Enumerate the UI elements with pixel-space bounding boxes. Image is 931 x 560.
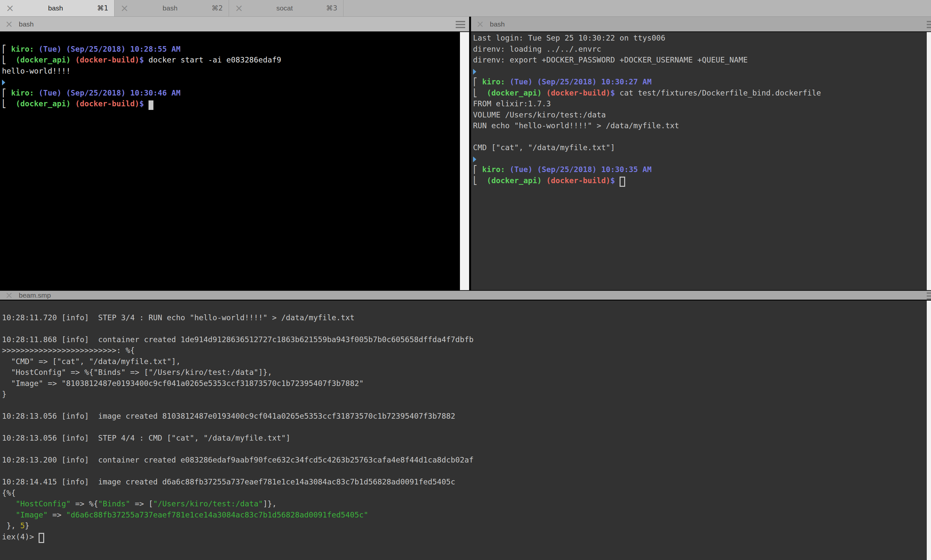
text-segment: iex(4)> — [2, 532, 38, 541]
text-segment — [615, 176, 620, 185]
text-segment — [71, 100, 75, 108]
terminal-line: 10:28:11.868 [info] container created 1d… — [2, 334, 931, 345]
text-segment: } — [2, 390, 6, 398]
text-segment: (docker_api) — [16, 100, 71, 108]
text-segment: => %{ — [71, 500, 98, 508]
text-segment: (Tue) (Sep/25/2018) 10:30:27 AM — [510, 77, 652, 86]
terminal-output: Last login: Tue Sep 25 10:30:22 on ttys0… — [473, 33, 931, 186]
terminal-line: "Image" => "8103812487e0193400c9cf041a02… — [2, 378, 931, 389]
terminal-line: direnv: loading ../../.envrc — [473, 44, 931, 55]
text-segment: ⎣ — [2, 100, 16, 108]
close-tab-icon[interactable]: × — [6, 3, 14, 13]
tab-socat[interactable]: × socat ⌘3 — [229, 0, 343, 16]
close-pane-icon[interactable]: × — [476, 20, 484, 29]
pane-menu-icon[interactable] — [455, 21, 465, 28]
terminal-line: VOLUME /Users/kiro/test:/data — [473, 109, 931, 121]
tab-label: bash — [18, 4, 92, 12]
text-segment — [2, 511, 16, 519]
text-segment: Last login: Tue Sep 25 10:30:22 on ttys0… — [473, 34, 665, 42]
text-segment: direnv: export +DOCKER_PASSWORD +DOCKER_… — [473, 55, 748, 64]
scrollbar[interactable] — [927, 301, 931, 560]
terminal-line: direnv: export +DOCKER_PASSWORD +DOCKER_… — [473, 55, 931, 66]
terminal-line — [2, 444, 931, 455]
terminal-line: "Image" => "d6a6c88fb37255a737eaef781e1c… — [2, 510, 931, 521]
text-segment: "Image" => "8103812487e0193400c9cf041a02… — [2, 379, 364, 388]
pane-menu-icon[interactable] — [927, 292, 931, 300]
text-segment: "d6a6c88fb37255a737eaef781e1ce14a3084ac8… — [66, 511, 368, 519]
terminal-line: ⎣ (docker_api) (docker-build)$ cat test/… — [473, 88, 931, 99]
terminal-line: ⎡ kiro: (Tue) (Sep/25/2018) 10:28:55 AM — [2, 44, 469, 55]
terminal-line: } — [2, 389, 931, 400]
text-segment: ⎡ — [2, 45, 11, 53]
close-tab-icon[interactable]: × — [120, 3, 129, 13]
bottom-terminal[interactable]: 10:28:11.720 [info] STEP 3/4 : RUN echo … — [0, 301, 931, 560]
text-segment: } — [25, 522, 29, 530]
text-segment: ⎣ — [473, 176, 487, 185]
terminal-line: Last login: Tue Sep 25 10:30:22 on ttys0… — [473, 33, 931, 44]
scrollbar[interactable] — [460, 32, 469, 290]
text-segment: "Binds" — [98, 500, 130, 508]
text-segment — [71, 55, 75, 64]
text-segment: $ — [139, 55, 144, 64]
text-segment: FROM elixir:1.7.3 — [473, 100, 551, 108]
shell-mark-icon: ▶ — [473, 64, 476, 78]
terminal-line: RUN echo "hello-world!!!!" > /data/myfil… — [473, 120, 931, 131]
scrollbar[interactable] — [927, 32, 931, 290]
cursor-hollow — [620, 177, 625, 187]
text-segment: => — [48, 511, 66, 519]
text-segment: (Tue) (Sep/25/2018) 10:30:35 AM — [510, 165, 652, 174]
right-bash-pane: × bash Last login: Tue Sep 25 10:30:22 o… — [471, 17, 931, 290]
terminal-line: hello-world!!!! — [2, 66, 469, 77]
text-segment — [34, 89, 38, 97]
beam-smp-pane: × beam.smp 10:28:11.720 [info] STEP 3/4 … — [0, 290, 931, 560]
text-segment: "HostConfig" => %{"Binds" => ["/Users/ki… — [2, 368, 272, 377]
tab-bash-1[interactable]: × bash ⌘1 — [0, 0, 114, 16]
tab-bar-filler — [343, 0, 931, 16]
pane-menu-icon[interactable] — [927, 21, 931, 28]
close-tab-icon[interactable]: × — [235, 3, 243, 13]
tab-shortcut: ⌘1 — [97, 4, 108, 12]
text-segment: kiro: — [11, 45, 34, 53]
text-segment: (docker_api) — [16, 55, 71, 64]
text-segment: ⎡ — [2, 89, 11, 97]
terminal-line: }, 5} — [2, 520, 931, 532]
text-segment: kiro: — [482, 165, 505, 174]
terminal-output: 10:28:11.720 [info] STEP 3/4 : RUN echo … — [2, 301, 931, 542]
terminal-line: 10:28:13.200 [info] container created e0… — [2, 455, 931, 466]
text-segment: "/Users/kiro/test:/data" — [153, 500, 263, 508]
terminal-line — [2, 466, 931, 477]
terminal-line: "HostConfig" => %{"Binds" => ["/Users/ki… — [2, 367, 931, 378]
text-segment: kiro: — [482, 77, 505, 86]
right-terminal[interactable]: Last login: Tue Sep 25 10:30:22 on ttys0… — [471, 32, 931, 290]
text-segment: >>>>>>>>>>>>>>>>>>>>>>>>>: %{ — [2, 346, 135, 355]
terminal-line — [2, 422, 931, 433]
tab-bar: × bash ⌘1 × bash ⌘2 × socat ⌘3 — [0, 0, 931, 17]
text-segment: "CMD" => ["cat", "/data/myfile.txt"], — [2, 357, 180, 366]
text-segment: ⎣ — [2, 55, 16, 64]
text-segment: cat test/fixtures/Dockerfile_bind.docker… — [615, 89, 821, 97]
terminal-line — [473, 131, 931, 143]
text-segment: hello-world!!!! — [2, 67, 71, 75]
close-pane-icon[interactable]: × — [5, 20, 13, 29]
pane-title: bash — [490, 20, 505, 28]
close-pane-icon[interactable]: × — [5, 291, 13, 300]
text-segment: (docker-build) — [75, 55, 139, 64]
text-segment — [2, 500, 16, 508]
tab-bash-2[interactable]: × bash ⌘2 — [114, 0, 229, 16]
left-terminal[interactable]: ⎡ kiro: (Tue) (Sep/25/2018) 10:28:55 AM⎣… — [0, 32, 469, 290]
text-segment: (Tue) (Sep/25/2018) 10:30:46 AM — [38, 89, 180, 97]
terminal-line: 10:28:13.056 [info] image created 810381… — [2, 411, 931, 422]
text-segment — [505, 165, 510, 174]
pane-title: beam.smp — [18, 291, 51, 299]
right-pane-title-bar: × bash — [471, 17, 931, 32]
terminal-line: ▶ — [2, 77, 469, 88]
terminal-window: × bash ⌘1 × bash ⌘2 × socat ⌘3 × bash ⎡ … — [0, 0, 931, 560]
pane-title: bash — [18, 20, 34, 28]
text-segment: (docker-build) — [75, 100, 139, 108]
terminal-line: iex(4)> — [2, 532, 931, 543]
terminal-line: ⎡ kiro: (Tue) (Sep/25/2018) 10:30:27 AM — [473, 77, 931, 88]
text-segment: "Image" — [16, 511, 48, 519]
text-segment: $ — [611, 176, 615, 185]
terminal-line: ⎣ (docker_api) (docker-build)$ — [2, 98, 469, 109]
tab-label: bash — [133, 4, 207, 12]
